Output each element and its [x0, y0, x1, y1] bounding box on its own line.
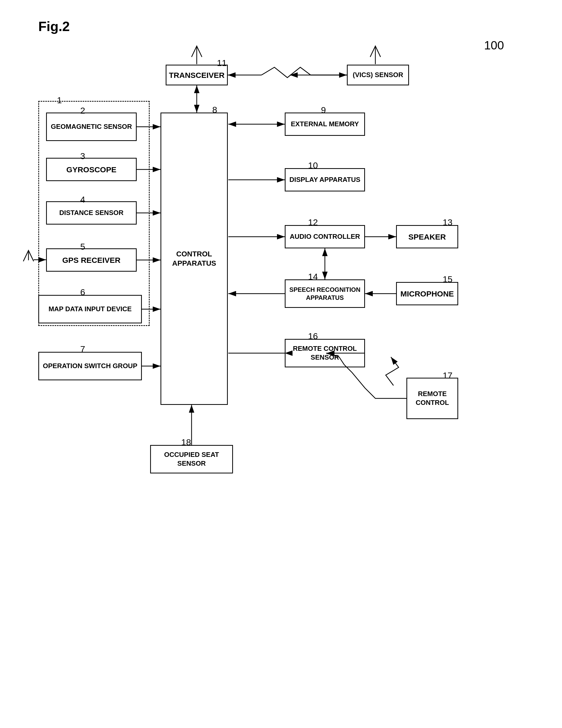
speaker-box: SPEAKER [396, 225, 458, 248]
num-12: 12 [308, 217, 318, 227]
map-data-input-box: MAP DATA INPUT DEVICE [38, 295, 142, 323]
remote-control-sensor-box: REMOTE CONTROL SENSOR [285, 339, 365, 367]
num-18: 18 [181, 437, 191, 447]
distance-sensor-box: DISTANCE SENSOR [46, 201, 137, 225]
num-15: 15 [443, 274, 453, 284]
diagram: Fig.2 100 1 GEOMAGNETIC SENSOR 2 GYROSCO… [0, 0, 562, 728]
num-3: 3 [80, 151, 85, 161]
num-4: 4 [80, 195, 85, 205]
vics-sensor-box: (VICS) SENSOR [347, 65, 409, 85]
occupied-seat-box: OCCUPIED SEAT SENSOR [150, 445, 233, 473]
num-6: 6 [80, 287, 85, 297]
num-5: 5 [80, 242, 85, 252]
control-apparatus-box: CONTROL APPARATUS [160, 113, 228, 405]
microphone-box: MICROPHONE [396, 282, 458, 305]
num-1: 1 [57, 95, 62, 105]
remote-control-box: REMOTE CONTROL [407, 378, 458, 419]
num-14: 14 [308, 272, 318, 282]
gyroscope-box: GYROSCOPE [46, 158, 137, 181]
num-2: 2 [80, 106, 85, 116]
num-8: 8 [212, 105, 217, 115]
num-10: 10 [308, 160, 318, 170]
num-17: 17 [443, 370, 453, 381]
num-7: 7 [80, 344, 85, 354]
gps-receiver-box: GPS RECEIVER [46, 248, 137, 272]
num-16: 16 [308, 331, 318, 341]
num-11: 11 [217, 58, 227, 68]
display-apparatus-box: DISPLAY APPARATUS [285, 168, 365, 191]
audio-controller-box: AUDIO CONTROLLER [285, 225, 365, 248]
external-memory-box: EXTERNAL MEMORY [285, 113, 365, 136]
num-13: 13 [443, 217, 453, 227]
operation-switch-box: OPERATION SWITCH GROUP [38, 352, 142, 380]
fig-label: Fig.2 [38, 19, 70, 34]
num-9: 9 [321, 105, 326, 115]
system-number: 100 [484, 38, 504, 52]
speech-recognition-box: SPEECH RECOGNITION APPARATUS [285, 279, 365, 308]
geomagnetic-sensor-box: GEOMAGNETIC SENSOR [46, 113, 137, 141]
